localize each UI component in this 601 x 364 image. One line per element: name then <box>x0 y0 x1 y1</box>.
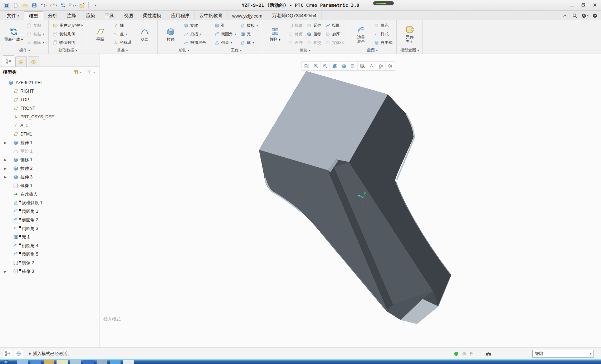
tab-custom-teacher-qq[interactable]: 万老师QQ734482554 <box>267 11 321 20</box>
graphics-options-button[interactable] <box>386 62 395 70</box>
sweep-button[interactable]: 扫描▾ <box>182 30 207 38</box>
copy-button[interactable]: 复制 <box>25 21 46 30</box>
freestyle-button[interactable]: 自由式 <box>372 38 394 47</box>
shrinkwrap-button[interactable]: 收缩包络 <box>51 38 84 47</box>
taskbar-item-folder[interactable] <box>44 360 54 364</box>
component-interface-button[interactable]: 元件 界面 <box>399 21 420 47</box>
tree-item-round-3[interactable]: 倒圆角 3 <box>0 224 99 233</box>
part-model[interactable] <box>259 71 451 324</box>
saved-orientations-button[interactable] <box>348 62 358 70</box>
axis-button[interactable]: 轴 <box>112 21 133 30</box>
tab-analysis[interactable]: 分析 <box>43 11 62 20</box>
tree-columns-button[interactable]: ▾ <box>85 69 96 76</box>
favorites-tab[interactable] <box>28 56 39 67</box>
draft-button[interactable]: 拔模▾ <box>239 21 259 30</box>
tree-item-round-2[interactable]: 倒圆角 2 <box>0 216 99 224</box>
round-button[interactable]: 倒圆角▾ <box>213 30 238 38</box>
tree-item-plane-dtm1[interactable]: DTM1 <box>0 130 99 138</box>
tree-item-csys-prt[interactable]: PRT_CSYS_DEF <box>0 113 99 121</box>
toggle-browser-button[interactable] <box>14 349 23 358</box>
close-active-window-button[interactable] <box>78 1 86 10</box>
tree-item-extrude-3[interactable]: ▶ 拉伸 3 <box>0 173 99 181</box>
tree-filters-button[interactable]: ▾ <box>72 69 83 76</box>
boundary-blend-button[interactable]: 边界 混合 <box>351 21 371 47</box>
display-style-button[interactable] <box>339 62 348 70</box>
ribbon-group-label-operations[interactable]: 操作 ▾ <box>1 48 48 54</box>
coordinate-system-button[interactable]: 坐标系 <box>112 38 133 47</box>
annotation-display-button[interactable] <box>376 62 386 70</box>
expand-arrow-icon[interactable]: ▶ <box>3 167 8 170</box>
tree-item-plane-top[interactable]: TOP <box>0 95 99 104</box>
tree-item-plane-right[interactable]: RIGHT <box>0 87 99 95</box>
tree-item-plane-front[interactable]: FRONT <box>0 104 99 113</box>
restore-window-button[interactable] <box>580 2 587 8</box>
tree-item-shell-1[interactable]: 壳 1 <box>0 233 99 241</box>
swept-blend-button[interactable]: 扫描混合 <box>182 38 207 47</box>
pattern-button[interactable]: 阵列 ▾ <box>265 21 285 47</box>
window-switch-button[interactable]: ▾ <box>68 1 77 10</box>
tree-item-extrude-1[interactable]: ▶ 拉伸 1 <box>0 138 99 147</box>
undo-button[interactable]: ▾ <box>39 1 48 10</box>
model-tree-tab[interactable] <box>3 55 14 67</box>
taskbar-item-app-blue-2[interactable] <box>83 360 94 364</box>
copy-geometry-button[interactable]: 复制几何 <box>51 30 84 38</box>
tree-item-mirror-3[interactable]: ▶ 镜像 3 <box>0 267 99 276</box>
tab-model[interactable]: 模型 <box>24 11 43 20</box>
ribbon-group-label-engineering[interactable]: 工程 ▾ <box>210 48 262 54</box>
taskbar-item-window-white[interactable] <box>123 360 134 364</box>
tree-item-axis-a1[interactable]: A_1 <box>0 121 99 130</box>
tree-item-mirror-2[interactable]: 镜像 2 <box>0 259 99 267</box>
minimize-window-button[interactable] <box>568 2 576 8</box>
plane-button[interactable]: 平面 <box>90 21 111 47</box>
taskbar-item-browser[interactable] <box>17 360 28 364</box>
tab-custom-website[interactable]: www.yzfjy.com <box>228 11 267 20</box>
expand-arrow-icon[interactable]: ▶ <box>3 141 8 144</box>
project-button[interactable]: 投影 <box>324 21 345 30</box>
expand-arrow-icon[interactable]: ▶ <box>3 176 8 179</box>
tab-applications[interactable]: 应用程序 <box>166 11 195 20</box>
paste-button[interactable]: 粘贴▾ <box>25 30 46 38</box>
repaint-button[interactable] <box>330 62 339 70</box>
app-button-button[interactable] <box>2 1 11 10</box>
ribbon-group-label-get-data[interactable]: 获取数据 ▾ <box>49 48 87 54</box>
tree-item-draft-1[interactable]: 拔模斜度 1 <box>0 198 99 207</box>
customize-toolbar-button[interactable]: ▾ <box>91 1 99 10</box>
user-defined-feature-button[interactable]: 用户定义特征 <box>51 21 84 30</box>
refit-button[interactable] <box>302 62 311 70</box>
tree-item-offset-1[interactable]: ▶ 偏移 1 <box>0 156 99 164</box>
tab-annotate[interactable]: 注释 <box>62 11 81 20</box>
offset-button[interactable]: 偏移 <box>305 30 323 38</box>
minimize-ribbon-button[interactable] <box>561 12 568 19</box>
rib-button[interactable]: 筋▾ <box>239 38 259 47</box>
thicken-button[interactable]: 加厚 <box>324 30 345 38</box>
regenerate-quick-button[interactable] <box>59 1 67 10</box>
ribbon-group-label-editing[interactable]: 编辑 ▾ <box>262 48 348 54</box>
view-manager-button[interactable] <box>358 62 367 70</box>
expand-arrow-icon[interactable]: ▶ <box>3 158 8 162</box>
solidify-button[interactable]: 实体化 <box>324 38 345 47</box>
help-button[interactable] <box>591 12 598 19</box>
save-file-button[interactable] <box>30 1 39 10</box>
start-button[interactable] <box>3 360 9 364</box>
tab-render[interactable]: 渲染 <box>81 11 100 20</box>
folder-browser-tab[interactable] <box>15 56 27 67</box>
zoom-out-button[interactable] <box>321 62 330 70</box>
merge-button[interactable]: 合并 <box>287 38 304 47</box>
tree-item-insert-here[interactable]: 在此插入 <box>0 190 99 198</box>
delete-button[interactable]: 删除▾ <box>25 38 46 47</box>
extrude-button[interactable]: 拉伸 <box>160 21 181 47</box>
point-button[interactable]: 点▾ <box>112 30 133 38</box>
tab-custom-yunzhongfan[interactable]: 云中帆教育 <box>195 11 228 20</box>
new-file-button[interactable] <box>11 1 20 10</box>
redo-button[interactable]: ▾ <box>49 1 58 10</box>
chamfer-button[interactable]: 倒角▾ <box>213 38 238 47</box>
graphics-viewport[interactable]: 插入模式 <box>99 54 601 348</box>
intersect-button[interactable]: 相交 <box>305 38 323 47</box>
style-button[interactable]: 样式 <box>372 30 394 38</box>
ribbon-group-label-datum[interactable]: 基准 ▾ <box>87 48 157 54</box>
expand-arrow-icon[interactable]: ▶ <box>3 270 8 273</box>
trim-button[interactable]: 修剪 <box>287 30 304 38</box>
tree-item-part-root[interactable]: YZF-9-21.PRT <box>0 78 99 87</box>
toggle-model-tree-button[interactable] <box>3 349 12 358</box>
tab-view[interactable]: 视图 <box>119 11 138 20</box>
